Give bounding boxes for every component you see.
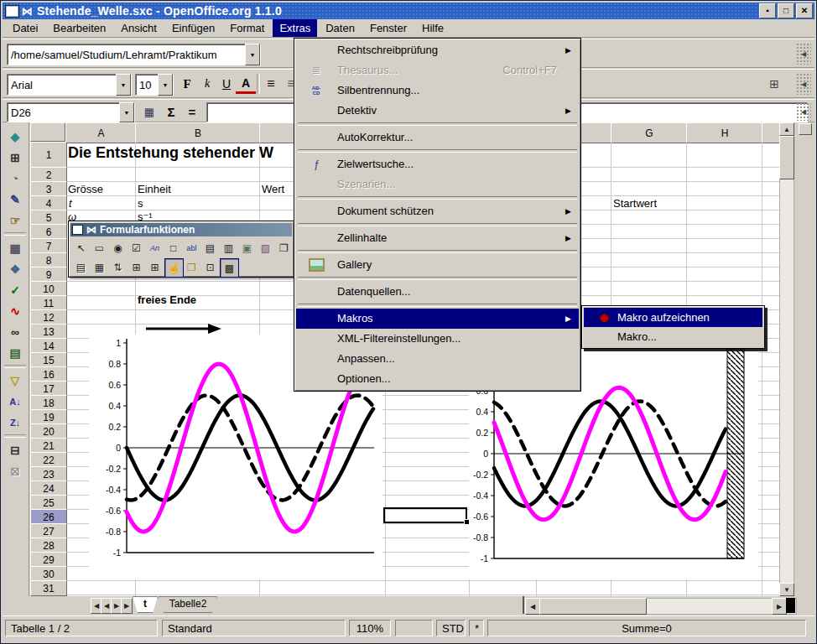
selected-cell-d26[interactable] <box>383 507 467 523</box>
menubar-item-extras[interactable]: Extras <box>273 19 317 37</box>
autoformat-icon[interactable]: ▦ <box>5 239 25 257</box>
form-properties-icon[interactable]: ▤ <box>72 258 90 276</box>
button-icon[interactable]: ▭ <box>91 239 108 257</box>
font-name-combo[interactable]: Arial ▼ <box>7 74 132 96</box>
textbox-icon[interactable]: abl <box>183 239 200 257</box>
scroll-right-icon[interactable]: ▶ <box>772 598 787 615</box>
image-button-icon[interactable]: ▣ <box>238 239 256 257</box>
menu-item-optionen[interactable]: Optionen... <box>296 369 579 389</box>
listbox-icon[interactable]: ▤ <box>201 239 219 257</box>
menu-item-makros[interactable]: Makros▶ <box>296 309 579 329</box>
menubar-item-datei[interactable]: Datei <box>6 19 44 37</box>
menubar-item-daten[interactable]: Daten <box>319 19 362 37</box>
table-control-icon[interactable]: ⊞ <box>127 258 145 276</box>
align-left-button[interactable]: ≡ <box>261 75 281 93</box>
draw-functions-icon[interactable]: ✎ <box>5 190 25 209</box>
insert-chart-icon[interactable]: ◔ <box>5 169 25 188</box>
open-form-icon[interactable]: ❒ <box>183 258 200 276</box>
sheet-tab-active[interactable]: t <box>133 596 158 613</box>
title-bar[interactable]: ⋈ Stehende_Welle.sxc - OpenOffice.org 1.… <box>3 3 814 19</box>
row-header-1[interactable]: 1 <box>30 142 67 169</box>
select-all-corner[interactable] <box>30 122 65 142</box>
form-toolbar-titlebar[interactable]: ⋈ Formularfunktionen <box>70 223 292 236</box>
equals-icon[interactable]: = <box>182 102 202 121</box>
submenu-item-makro[interactable]: Makro... <box>584 327 762 346</box>
scroll-down-icon[interactable]: ▼ <box>779 583 794 596</box>
insert-table-icon[interactable]: ⊞ <box>146 258 164 276</box>
toolbar-collapse-handle[interactable]: ◀ <box>796 73 811 95</box>
row-header-31[interactable]: 31 <box>30 580 67 596</box>
last-sheet-icon[interactable]: ▶ <box>121 598 133 614</box>
submenu-item-makroaufzeichnen[interactable]: Makro aufzeichnen <box>584 308 762 327</box>
sum-icon[interactable]: Σ <box>161 102 181 121</box>
cell-reference-combo[interactable]: D26 ▼ <box>7 102 135 122</box>
split-handle[interactable] <box>799 123 812 135</box>
menu-item-zellinhalte[interactable]: Zellinhalte▶ <box>296 228 579 248</box>
image-control-icon[interactable]: ▨ <box>257 239 274 257</box>
bold-button[interactable]: F <box>177 75 197 93</box>
status-selection-mode[interactable]: STD <box>436 620 466 636</box>
italic-button[interactable]: k <box>197 75 217 93</box>
status-zoom[interactable]: 110% <box>349 620 391 636</box>
cell-reference-dropdown-icon[interactable]: ▼ <box>119 102 134 122</box>
menubar-item-ansicht[interactable]: Ansicht <box>114 19 164 37</box>
vertical-scroll-thumb[interactable] <box>779 136 794 179</box>
url-value[interactable]: /home/samuel/Studium/Lehramt/Praktikum <box>8 49 245 61</box>
menu-item-rechtschreibprfung[interactable]: Rechtschreibprüfung▶ <box>296 40 579 60</box>
underline-button[interactable]: U <box>216 75 237 93</box>
form-navigator-icon[interactable]: ☝ <box>164 258 184 278</box>
control-properties-icon[interactable]: ▦ <box>91 258 108 276</box>
combobox-icon[interactable]: ▥ <box>220 239 237 257</box>
checkbox-icon[interactable]: ☑ <box>127 239 145 257</box>
form-toolbar-pin-icon[interactable]: ⋈ <box>86 224 96 236</box>
font-name-dropdown-icon[interactable]: ▼ <box>116 74 131 96</box>
insert-cells-icon[interactable]: ⊞ <box>5 148 25 167</box>
spellcheck-icon[interactable]: ✓ <box>5 281 25 299</box>
filter-icon[interactable]: ▽ <box>5 371 25 390</box>
menu-item-gallery[interactable]: Gallery <box>296 255 579 275</box>
toolbar-collapse-handle[interactable]: ◀ <box>796 43 811 65</box>
horizontal-scroll-thumb[interactable] <box>539 598 647 615</box>
menubar-item-format[interactable]: Format <box>223 19 271 37</box>
column-header-A[interactable]: A <box>65 122 137 143</box>
ungroup-icon[interactable]: ⊠ <box>5 462 25 480</box>
insert-icon[interactable]: ◆ <box>5 127 25 146</box>
menu-item-detektiv[interactable]: Detektiv▶ <box>296 101 579 121</box>
form-functions-icon[interactable]: ☞ <box>5 211 25 230</box>
menu-item-autokorrektur[interactable]: AutoKorrektur... <box>296 127 579 148</box>
url-dropdown-icon[interactable]: ▼ <box>245 44 260 65</box>
cell-reference-value[interactable]: D26 <box>8 106 119 119</box>
menubar-item-hilfe[interactable]: Hilfe <box>415 19 450 37</box>
scroll-up-icon[interactable]: ▲ <box>779 122 794 136</box>
column-header-partial[interactable] <box>762 122 781 143</box>
select-icon[interactable]: ↖ <box>72 239 90 257</box>
font-size-value[interactable]: 10 <box>136 79 158 91</box>
scroll-left-icon[interactable]: ◀ <box>525 598 540 615</box>
find-icon[interactable]: ∞ <box>5 323 25 341</box>
toolbar-collapse-handle[interactable]: ◀ <box>796 102 811 121</box>
menu-item-zielwertsuche[interactable]: Zielwertsuche...ƒ <box>296 154 579 174</box>
control-focus-icon[interactable]: ⊡ <box>201 258 219 276</box>
function-autopilot-icon[interactable]: ▦ <box>139 102 159 121</box>
groupbox-icon[interactable]: □ <box>164 239 182 257</box>
design-mode-icon[interactable]: ▩ <box>220 258 239 278</box>
datasources-icon[interactable]: ▤ <box>5 344 25 362</box>
fill-handle[interactable] <box>464 519 470 525</box>
minimize-button[interactable]: ▪ <box>759 3 776 18</box>
font-name-value[interactable]: Arial <box>8 79 116 91</box>
font-color-button[interactable]: A <box>236 75 256 94</box>
menubar-item-bearbeiten[interactable]: Bearbeiten <box>46 19 112 37</box>
tab-scrollbar-splitter[interactable] <box>523 596 524 614</box>
autospellcheck-icon[interactable]: ∿ <box>5 302 25 320</box>
menu-item-datenquellen[interactable]: Datenquellen... <box>296 282 579 302</box>
menubar-item-einfgen[interactable]: Einfügen <box>165 19 221 37</box>
file-selection-icon[interactable]: ❐ <box>275 239 293 257</box>
menu-item-szenarien[interactable]: Szenarien... <box>296 174 579 195</box>
font-size-dropdown-icon[interactable]: ▼ <box>158 74 173 96</box>
group-icon[interactable]: ⊟ <box>5 441 25 460</box>
menu-item-silbentrennung[interactable]: Silbentrennung...AB- CD <box>296 80 579 101</box>
borders-icon[interactable]: ⊞ <box>764 75 784 93</box>
menu-item-thesaurus[interactable]: Thesaurus...≣Control+F7 <box>296 60 579 80</box>
scrollbar-split-box[interactable] <box>786 598 795 613</box>
font-size-combo[interactable]: 10 ▼ <box>135 74 174 96</box>
